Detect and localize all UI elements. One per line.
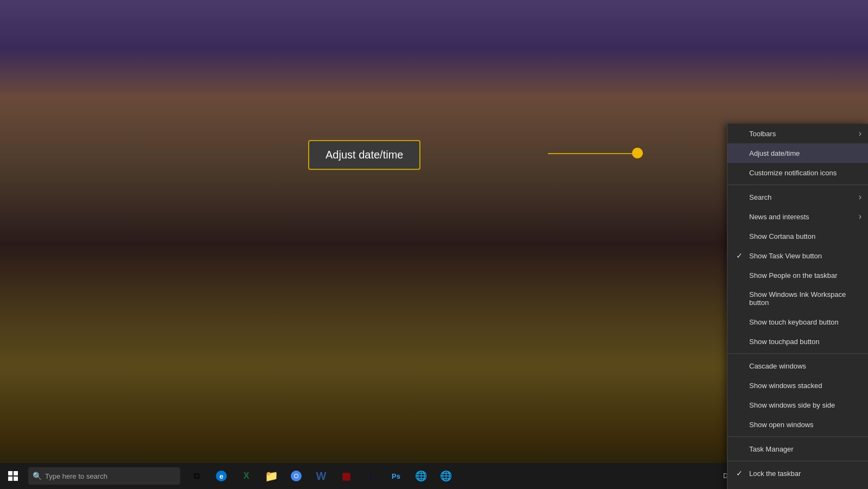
menu-item-label: Cascade windows — [747, 362, 859, 370]
menu-item-customize-notifications[interactable]: Customize notification icons — [727, 163, 868, 182]
menu-item-taskbar-settings[interactable]: ⚙Taskbar settings — [727, 483, 868, 489]
menu-item-label: Show Windows Ink Workspace button — [747, 290, 859, 307]
menu-item-label: Toolbars — [747, 130, 859, 138]
menu-separator — [727, 353, 868, 354]
check-icon: ✓ — [736, 469, 747, 478]
menu-item-news-interests[interactable]: News and interests — [727, 207, 868, 226]
menu-item-show-stacked[interactable]: Show windows stacked — [727, 376, 868, 395]
taskbar-search[interactable]: 🔍 Type here to search — [28, 467, 180, 485]
word-icon[interactable]: W — [309, 464, 333, 488]
menu-item-label: Show open windows — [747, 421, 859, 429]
menu-item-adjust-datetime[interactable]: Adjust date/time — [727, 143, 868, 163]
menu-item-label: Show Task View button — [747, 252, 859, 260]
menu-item-show-people[interactable]: Show People on the taskbar — [727, 265, 868, 285]
menu-item-label: Lock the taskbar — [747, 469, 859, 478]
menu-item-lock-taskbar[interactable]: ✓Lock the taskbar — [727, 463, 868, 483]
file-explorer-icon[interactable]: 📁 — [259, 464, 283, 488]
menu-item-label: Task Manager — [747, 445, 859, 453]
menu-item-label: Show Cortana button — [747, 232, 859, 240]
connector-line — [548, 153, 643, 154]
menu-item-label: News and interests — [747, 213, 859, 221]
menu-item-show-side-by-side[interactable]: Show windows side by side — [727, 395, 868, 415]
svg-text:e: e — [219, 472, 223, 480]
menu-separator — [727, 185, 868, 185]
menu-item-show-touch-keyboard[interactable]: Show touch keyboard button — [727, 312, 868, 332]
menu-item-label: Show touchpad button — [747, 338, 859, 346]
menu-item-search[interactable]: Search — [727, 187, 868, 207]
tooltip-box: Adjust date/time — [308, 140, 420, 170]
menu-item-toolbars[interactable]: Toolbars — [727, 124, 868, 143]
svg-rect-3 — [14, 477, 18, 481]
menu-item-label: Search — [747, 193, 859, 201]
menu-item-show-open-windows[interactable]: Show open windows — [727, 415, 868, 434]
app7-icon[interactable]: ↓ — [359, 464, 383, 488]
menu-item-show-touchpad[interactable]: Show touchpad button — [727, 332, 868, 351]
svg-rect-2 — [8, 477, 12, 481]
task-view-icon[interactable]: ⧉ — [184, 464, 208, 488]
check-icon: ✓ — [736, 251, 747, 260]
menu-item-task-manager[interactable]: Task Manager — [727, 439, 868, 459]
connector-dot — [632, 148, 643, 158]
app6-icon[interactable]: ▦ — [334, 464, 358, 488]
menu-item-show-cortana[interactable]: Show Cortana button — [727, 226, 868, 246]
chrome-icon[interactable] — [284, 464, 308, 488]
app9-icon[interactable]: 🌐 — [434, 464, 458, 488]
menu-item-label: Show windows side by side — [747, 401, 859, 409]
menu-item-show-taskview[interactable]: ✓Show Task View button — [727, 246, 868, 265]
menu-item-label: Show touch keyboard button — [747, 318, 859, 326]
menu-item-label: Show windows stacked — [747, 382, 859, 390]
menu-separator — [727, 436, 868, 437]
menu-item-label: Show People on the taskbar — [747, 271, 859, 280]
windows-logo-icon — [8, 471, 18, 481]
start-button[interactable] — [0, 463, 26, 489]
browser2-icon[interactable]: 🌐 — [409, 464, 433, 488]
menu-separator — [727, 461, 868, 461]
menu-item-cascade-windows[interactable]: Cascade windows — [727, 356, 868, 376]
search-icon: 🔍 — [33, 472, 42, 480]
menu-item-label: Adjust date/time — [747, 149, 859, 157]
desktop: Adjust date/time ToolbarsAdjust date/tim… — [0, 0, 868, 489]
menu-item-show-ink[interactable]: Show Windows Ink Workspace button — [727, 285, 868, 312]
context-menu: ToolbarsAdjust date/timeCustomize notifi… — [727, 124, 868, 489]
tooltip-label: Adjust date/time — [326, 149, 403, 161]
edge-icon[interactable]: e — [209, 464, 233, 488]
search-placeholder: Type here to search — [45, 472, 107, 480]
svg-point-8 — [295, 474, 298, 478]
taskbar-icons: ⧉ e X 📁 W ▦ ↓ Ps 🌐 🌐 — [184, 464, 458, 488]
svg-rect-0 — [8, 471, 12, 475]
menu-item-label: Customize notification icons — [747, 169, 859, 177]
excel-icon[interactable]: X — [234, 464, 258, 488]
photoshop-icon[interactable]: Ps — [384, 464, 408, 488]
svg-rect-1 — [14, 471, 18, 475]
